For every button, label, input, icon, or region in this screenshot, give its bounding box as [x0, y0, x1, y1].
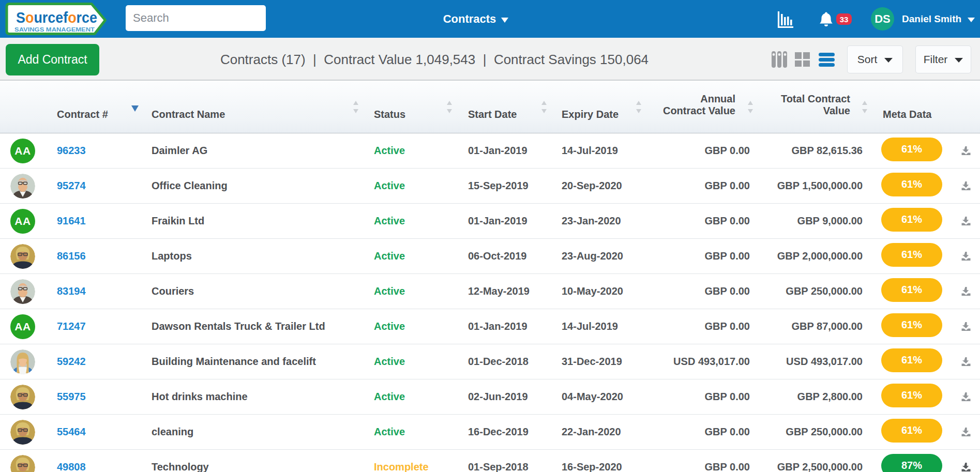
svg-text:SAVINGS MANAGEMENT: SAVINGS MANAGEMENT [14, 26, 95, 33]
svg-text:Sourceforce: Sourceforce [16, 9, 97, 26]
